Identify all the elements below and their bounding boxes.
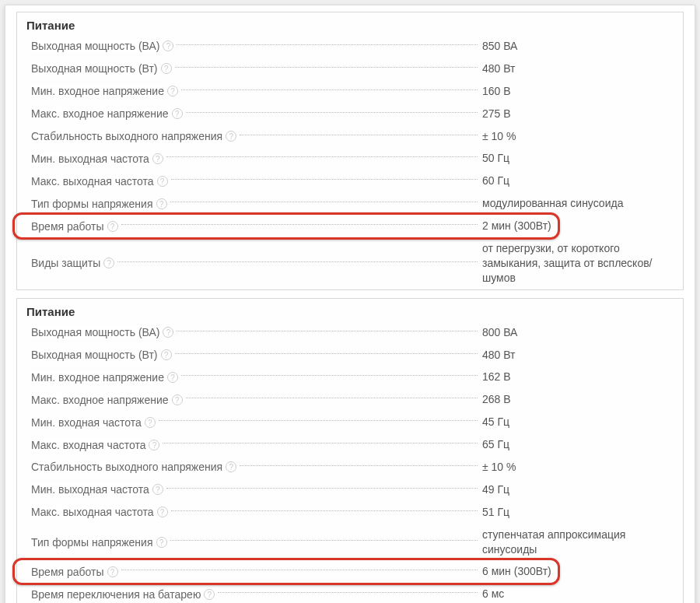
help-icon[interactable]: ? (163, 327, 173, 338)
spec-label-cell: Время работы? (31, 220, 482, 233)
spec-row: Макс. входная частота?65 Гц (17, 433, 683, 456)
spec-label: Время работы (31, 220, 106, 233)
help-icon[interactable]: ? (103, 258, 114, 268)
spec-label: Мин. входная частота (31, 416, 143, 429)
spec-label: Макс. входное напряжение (31, 394, 170, 406)
rows-container: Выходная мощность (ВА)?850 ВАВыходная мо… (17, 35, 683, 289)
spec-value: 6 мин (300Вт) (482, 564, 683, 579)
help-icon[interactable]: ? (226, 461, 236, 472)
spec-row: Макс. входное напряжение?275 В (17, 103, 683, 125)
spec-label-cell: Макс. выходная частота? (31, 506, 482, 518)
leader-dots (177, 331, 478, 331)
spec-value: 49 Гц (482, 482, 683, 497)
spec-row: Виды защиты?от перегрузки, от короткого … (17, 237, 683, 289)
spec-comparison-container: Питание Выходная мощность (ВА)?850 ВАВых… (5, 5, 695, 603)
spec-label-cell: Мин. выходная частота? (31, 483, 482, 496)
spec-label: Мин. выходная частота (31, 483, 151, 496)
spec-label: Тип формы напряжения (31, 198, 155, 210)
help-icon[interactable]: ? (167, 372, 178, 383)
help-icon[interactable]: ? (157, 507, 168, 517)
spec-value: 800 ВА (482, 325, 683, 340)
leader-dots (117, 261, 478, 262)
leader-dots (171, 510, 478, 511)
spec-label-cell: Стабильность выходного напряжения? (31, 461, 482, 473)
help-icon[interactable]: ? (172, 108, 183, 119)
spec-label: Макс. выходная частота (31, 175, 156, 188)
spec-label-cell: Мин. входное напряжение? (31, 85, 482, 97)
help-icon[interactable]: ? (156, 198, 167, 209)
help-icon[interactable]: ? (161, 63, 172, 74)
spec-value: 162 В (482, 370, 683, 384)
rows-container: Выходная мощность (ВА)?800 ВАВыходная мо… (17, 321, 683, 603)
leader-dots (163, 443, 478, 443)
help-icon[interactable]: ? (226, 131, 236, 142)
leader-dots (171, 179, 478, 180)
spec-row: Стабильность выходного напряжения?± 10 % (17, 456, 683, 479)
help-icon[interactable]: ? (204, 589, 215, 600)
spec-value: ± 10 % (482, 460, 683, 475)
spec-label: Стабильность выходного напряжения (31, 461, 224, 473)
spec-label: Время переключения на батарею (31, 588, 202, 601)
leader-dots (121, 570, 478, 570)
spec-row: Время работы?2 мин (300Вт) (17, 215, 683, 237)
leader-dots (240, 135, 478, 135)
spec-label: Стабильность выходного напряжения (31, 130, 224, 142)
spec-label: Макс. выходная частота (31, 506, 156, 518)
help-icon[interactable]: ? (149, 440, 159, 450)
help-icon[interactable]: ? (161, 349, 172, 360)
spec-label-cell: Выходная мощность (ВА)? (31, 326, 482, 338)
spec-value: 480 Вт (482, 348, 683, 363)
spec-label-cell: Макс. входное напряжение? (31, 107, 482, 120)
leader-dots (175, 353, 478, 354)
spec-label: Мин. входное напряжение (31, 371, 166, 384)
spec-row: Тип формы напряжения?модулированная сину… (17, 192, 683, 215)
spec-row: Выходная мощность (ВА)?800 ВА (17, 321, 683, 344)
spec-label: Макс. входное напряжение (31, 107, 170, 120)
spec-label: Время работы (31, 566, 106, 578)
spec-value: 160 В (482, 84, 683, 99)
leader-dots (177, 44, 478, 45)
spec-panel-1: Питание Выходная мощность (ВА)?850 ВАВых… (16, 12, 684, 290)
help-icon[interactable]: ? (157, 176, 168, 187)
leader-dots (170, 202, 478, 202)
spec-row: Макс. выходная частота?51 Гц (17, 501, 683, 524)
spec-label: Выходная мощность (Вт) (31, 62, 159, 75)
spec-row: Время работы?6 мин (300Вт) (17, 560, 683, 583)
spec-row: Время переключения на батарею?6 мс (17, 583, 683, 603)
spec-label-cell: Тип формы напряжения? (31, 536, 482, 549)
spec-row: Тип формы напряжения?ступенчатая аппрокс… (17, 524, 683, 561)
leader-dots (175, 67, 478, 68)
spec-value: 51 Гц (482, 505, 683, 520)
spec-label: Виды защиты (31, 257, 102, 269)
help-icon[interactable]: ? (107, 566, 118, 577)
spec-value: ступенчатая аппроксимация синусоиды (482, 528, 683, 557)
help-icon[interactable]: ? (145, 417, 156, 428)
spec-row: Выходная мощность (Вт)?480 Вт (17, 58, 683, 80)
help-icon[interactable]: ? (172, 394, 183, 405)
leader-dots (181, 89, 478, 90)
help-icon[interactable]: ? (107, 221, 118, 232)
leader-dots (186, 398, 478, 398)
panel-title: Питание (17, 299, 683, 321)
help-icon[interactable]: ? (152, 153, 163, 164)
spec-row: Мин. входная частота?45 Гц (17, 411, 683, 433)
spec-label: Выходная мощность (ВА) (31, 40, 161, 52)
spec-label-cell: Макс. входная частота? (31, 439, 482, 451)
spec-row: Мин. выходная частота?49 Гц (17, 479, 683, 501)
help-icon[interactable]: ? (163, 40, 173, 51)
spec-value: 2 мин (300Вт) (482, 219, 683, 233)
leader-dots (166, 156, 478, 157)
help-icon[interactable]: ? (152, 484, 163, 495)
spec-row: Мин. входное напряжение?162 В (17, 366, 683, 388)
spec-label-cell: Выходная мощность (Вт)? (31, 62, 482, 75)
leader-dots (218, 592, 478, 593)
spec-value: 50 Гц (482, 151, 683, 166)
leader-dots (181, 375, 478, 376)
leader-dots (240, 465, 478, 466)
help-icon[interactable]: ? (167, 86, 178, 96)
help-icon[interactable]: ? (156, 537, 167, 548)
spec-label-cell: Макс. выходная частота? (31, 175, 482, 188)
spec-label: Выходная мощность (Вт) (31, 349, 159, 361)
spec-label-cell: Мин. входное напряжение? (31, 371, 482, 384)
spec-row: Мин. выходная частота?50 Гц (17, 147, 683, 170)
